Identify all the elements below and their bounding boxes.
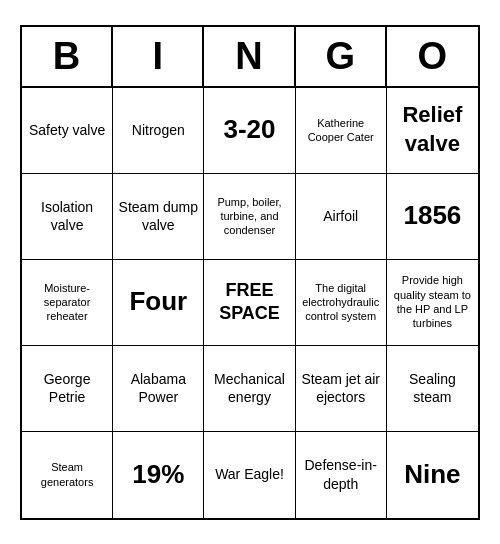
bingo-cell-23: Defense-in-depth <box>296 432 387 518</box>
bingo-cell-22: War Eagle! <box>204 432 295 518</box>
bingo-cell-2: 3-20 <box>204 88 295 174</box>
bingo-cell-15: George Petrie <box>22 346 113 432</box>
bingo-cell-20: Steam generators <box>22 432 113 518</box>
bingo-cell-10: Moisture-separator reheater <box>22 260 113 346</box>
bingo-grid: Safety valveNitrogen3-20Katherine Cooper… <box>22 88 478 518</box>
header-b: B <box>22 27 113 86</box>
bingo-cell-5: Isolation valve <box>22 174 113 260</box>
bingo-cell-0: Safety valve <box>22 88 113 174</box>
bingo-cell-3: Katherine Cooper Cater <box>296 88 387 174</box>
bingo-cell-24: Nine <box>387 432 478 518</box>
bingo-cell-8: Airfoil <box>296 174 387 260</box>
bingo-cell-11: Four <box>113 260 204 346</box>
bingo-cell-12: FREE SPACE <box>204 260 295 346</box>
bingo-cell-19: Sealing steam <box>387 346 478 432</box>
bingo-header: B I N G O <box>22 27 478 88</box>
bingo-cell-9: 1856 <box>387 174 478 260</box>
bingo-card: B I N G O Safety valveNitrogen3-20Kather… <box>20 25 480 520</box>
bingo-cell-16: Alabama Power <box>113 346 204 432</box>
bingo-cell-17: Mechanical energy <box>204 346 295 432</box>
bingo-cell-14: Provide high quality steam to the HP and… <box>387 260 478 346</box>
header-o: O <box>387 27 478 86</box>
bingo-cell-13: The digital electrohydraulic control sys… <box>296 260 387 346</box>
header-g: G <box>296 27 387 86</box>
header-i: I <box>113 27 204 86</box>
bingo-cell-6: Steam dump valve <box>113 174 204 260</box>
bingo-cell-21: 19% <box>113 432 204 518</box>
bingo-cell-18: Steam jet air ejectors <box>296 346 387 432</box>
bingo-cell-1: Nitrogen <box>113 88 204 174</box>
bingo-cell-4: Relief valve <box>387 88 478 174</box>
bingo-cell-7: Pump, boiler, turbine, and condenser <box>204 174 295 260</box>
header-n: N <box>204 27 295 86</box>
